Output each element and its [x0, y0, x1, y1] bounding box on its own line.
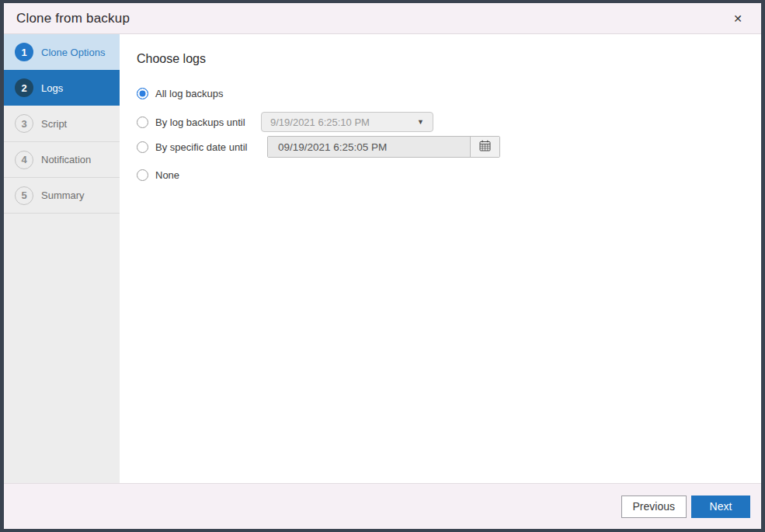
calendar-button[interactable]: [470, 137, 499, 157]
step-number-badge: 2: [15, 78, 33, 97]
previous-button[interactable]: Previous: [621, 495, 687, 518]
radio-label: By specific date until: [155, 141, 248, 153]
dialog-footer: Previous Next: [4, 483, 761, 529]
radio-by-log-backups-until[interactable]: [137, 116, 148, 128]
step-clone-options[interactable]: 1 Clone Options: [4, 34, 120, 70]
step-logs[interactable]: 2 Logs: [4, 70, 120, 106]
wizard-step-list: 1 Clone Options 2 Logs 3 Script 4 Notifi…: [4, 34, 120, 483]
dialog-body: 1 Clone Options 2 Logs 3 Script 4 Notifi…: [4, 34, 761, 483]
step-label: Summary: [41, 190, 85, 201]
step-label: Clone Options: [41, 47, 105, 58]
selected-log-backup-time: 9/19/2021 6:25:10 PM: [270, 116, 370, 128]
close-icon[interactable]: ✕: [728, 10, 747, 27]
specific-date-input[interactable]: 09/19/2021 6:25:05 PM: [268, 137, 470, 157]
specific-date-group: 09/19/2021 6:25:05 PM: [267, 136, 500, 158]
radio-none[interactable]: [137, 169, 148, 181]
radio-label: None: [155, 169, 179, 181]
radio-label: By log backups until: [155, 116, 245, 128]
step-number-badge: 5: [15, 186, 33, 205]
option-row-all-log-backups: All log backups: [137, 85, 746, 101]
calendar-icon: [479, 140, 491, 155]
logs-panel: Choose logs All log backups By log backu…: [120, 34, 761, 483]
option-row-by-specific-date: By specific date until 09/19/2021 6:25:0…: [137, 136, 746, 158]
step-notification[interactable]: 4 Notification: [4, 141, 120, 177]
step-label: Logs: [41, 82, 63, 94]
page-title: Choose logs: [137, 51, 746, 67]
option-row-by-log-backups: By log backups until 9/19/2021 6:25:10 P…: [137, 112, 746, 132]
step-script[interactable]: 3 Script: [4, 106, 120, 141]
radio-label: All log backups: [155, 88, 223, 99]
radio-all-log-backups[interactable]: [137, 88, 148, 99]
caret-down-icon: ▼: [417, 118, 424, 126]
next-button[interactable]: Next: [691, 495, 750, 518]
option-row-none: None: [137, 167, 746, 183]
step-number-badge: 3: [15, 114, 33, 133]
step-summary[interactable]: 5 Summary: [4, 177, 120, 213]
step-label: Script: [41, 118, 67, 130]
dialog-title: Clone from backup: [16, 11, 130, 26]
step-number-badge: 1: [15, 43, 33, 61]
clone-from-backup-dialog: Clone from backup ✕ 1 Clone Options 2 Lo…: [0, 0, 765, 532]
sidebar-filler: [4, 213, 120, 483]
step-label: Notification: [41, 154, 91, 165]
log-backup-time-select[interactable]: 9/19/2021 6:25:10 PM ▼: [261, 112, 433, 132]
step-number-badge: 4: [15, 151, 33, 169]
radio-by-specific-date-until[interactable]: [137, 141, 148, 153]
dialog-titlebar: Clone from backup ✕: [4, 3, 761, 34]
